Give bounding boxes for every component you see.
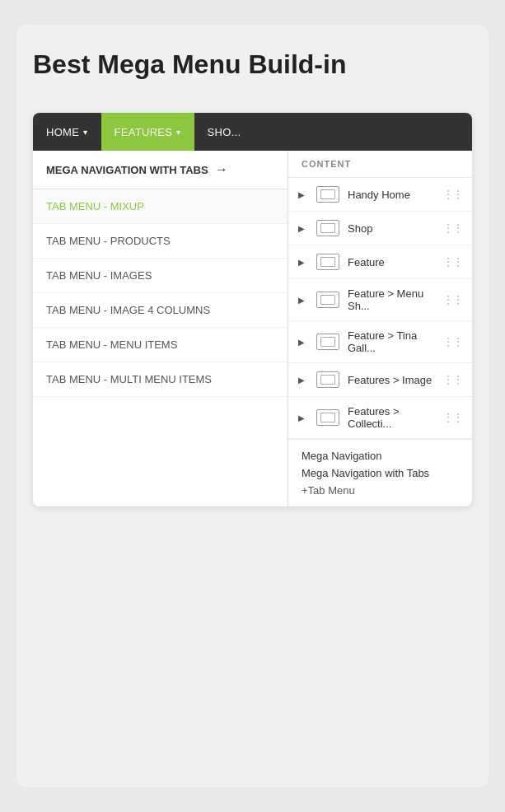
drag-handle-icon[interactable]: ⋮⋮	[442, 255, 462, 268]
drag-handle-icon[interactable]: ⋮⋮	[442, 373, 462, 386]
ui-card: HOME ▾ FEATURES ▾ SHO... MEGA NAVIGATION…	[33, 113, 472, 506]
page-container: Best Mega Menu Build-in HOME ▾ FEATURES …	[16, 25, 489, 787]
page-title: Best Mega Menu Build-in	[33, 49, 472, 80]
expand-arrow-icon: ▶	[298, 413, 308, 422]
page-icon	[316, 186, 339, 203]
page-icon	[316, 220, 339, 236]
chevron-down-icon: ▾	[176, 128, 180, 137]
chevron-down-icon: ▾	[83, 128, 87, 137]
footer-link-mega-navigation-tabs[interactable]: Mega Navigation with Tabs	[302, 467, 459, 479]
content-item-shop[interactable]: ▶ Shop ⋮⋮	[288, 212, 472, 245]
page-icon	[316, 334, 339, 350]
footer-links: Mega Navigation Mega Navigation with Tab…	[288, 439, 472, 506]
drag-handle-icon[interactable]: ⋮⋮	[442, 293, 462, 306]
sidebar-header: MEGA NAVIGATION WITH TABS →	[33, 151, 288, 189]
expand-arrow-icon: ▶	[298, 338, 308, 347]
sidebar-item-multimenuitems[interactable]: TAB MENU - MULTI MENU ITEMS	[33, 362, 288, 397]
right-panel-header: CONTENT	[288, 151, 472, 178]
footer-link-tab-menu[interactable]: +Tab Menu	[302, 484, 459, 497]
expand-arrow-icon: ▶	[298, 190, 308, 199]
page-icon	[316, 409, 339, 426]
content-item-feature[interactable]: ▶ Feature ⋮⋮	[288, 245, 472, 279]
expand-arrow-icon: ▶	[298, 376, 308, 385]
arrow-right-icon: →	[215, 162, 228, 177]
page-icon	[316, 371, 339, 388]
left-sidebar: MEGA NAVIGATION WITH TABS → TAB MENU - M…	[33, 151, 288, 506]
expand-arrow-icon: ▶	[298, 258, 308, 267]
content-item-features-image[interactable]: ▶ Features > Image ⋮⋮	[288, 363, 472, 397]
content-item-handy-home[interactable]: ▶ Handy Home ⋮⋮	[288, 178, 472, 212]
expand-arrow-icon: ▶	[298, 296, 308, 305]
nav-item-features[interactable]: FEATURES ▾	[101, 113, 194, 151]
drag-handle-icon[interactable]: ⋮⋮	[442, 188, 462, 201]
sidebar-item-images[interactable]: TAB MENU - IMAGES	[33, 259, 288, 293]
footer-link-mega-navigation[interactable]: Mega Navigation	[302, 450, 459, 462]
main-content: MEGA NAVIGATION WITH TABS → TAB MENU - M…	[33, 151, 472, 506]
page-icon	[316, 254, 339, 270]
sidebar-item-mixup[interactable]: TAB MENU - MIXUP	[33, 189, 288, 224]
sidebar-item-menuitems[interactable]: TAB MENU - MENU ITEMS	[33, 328, 288, 362]
page-icon	[316, 292, 339, 308]
right-panel: CONTENT ▶ Handy Home ⋮⋮ ▶ Shop ⋮⋮ ▶	[288, 151, 472, 506]
nav-item-home[interactable]: HOME ▾	[33, 113, 101, 151]
drag-handle-icon[interactable]: ⋮⋮	[442, 222, 462, 235]
content-item-features-collecti[interactable]: ▶ Features > Collecti... ⋮⋮	[288, 397, 472, 439]
content-item-feature-menush[interactable]: ▶ Feature > Menu Sh... ⋮⋮	[288, 279, 472, 321]
nav-bar: HOME ▾ FEATURES ▾ SHO...	[33, 113, 472, 151]
content-item-feature-tinagall[interactable]: ▶ Feature > Tina Gall... ⋮⋮	[288, 321, 472, 363]
expand-arrow-icon: ▶	[298, 224, 308, 233]
drag-handle-icon[interactable]: ⋮⋮	[442, 411, 462, 424]
nav-item-shop[interactable]: SHO...	[194, 113, 255, 151]
sidebar-item-image4col[interactable]: TAB MENU - IMAGE 4 COLUMNS	[33, 293, 288, 328]
drag-handle-icon[interactable]: ⋮⋮	[442, 335, 462, 348]
sidebar-item-products[interactable]: TAB MENU - PRODUCTS	[33, 224, 288, 259]
